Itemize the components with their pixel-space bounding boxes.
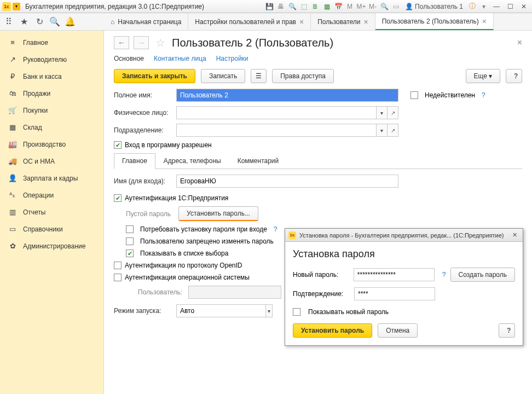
runmode-input[interactable] bbox=[176, 304, 266, 317]
nav-back-button[interactable]: ← bbox=[114, 36, 129, 49]
page-close-icon[interactable]: × bbox=[517, 38, 522, 48]
dialog-logo-icon: 1c bbox=[288, 231, 296, 239]
fullname-input[interactable] bbox=[176, 89, 398, 102]
maximize-button[interactable]: ☐ bbox=[504, 3, 516, 10]
favorite-star-icon[interactable]: ☆ bbox=[155, 36, 165, 49]
tab-close-icon[interactable]: × bbox=[364, 18, 368, 26]
save-button[interactable]: Записать bbox=[201, 69, 245, 83]
person-input[interactable] bbox=[176, 106, 377, 119]
m-minus-icon[interactable]: M- bbox=[368, 2, 378, 11]
rights-button[interactable]: Права доступа bbox=[272, 69, 334, 83]
login-allowed-checkbox[interactable] bbox=[114, 141, 122, 149]
openid-checkbox[interactable] bbox=[114, 262, 122, 269]
innertab-main[interactable]: Главное bbox=[114, 153, 155, 169]
tab-close-icon[interactable]: × bbox=[299, 18, 304, 26]
save-icon[interactable]: 💾 bbox=[264, 2, 274, 11]
sidebar-item-purchases[interactable]: 🛒Покупки bbox=[0, 102, 103, 119]
lines-icon: ≡ bbox=[8, 38, 18, 47]
sidebar-item-label: ОС и НМА bbox=[23, 158, 55, 165]
save-close-button[interactable]: Записать и закрыть bbox=[114, 69, 195, 83]
person-dropdown-button[interactable]: ▾ bbox=[377, 106, 388, 119]
sidebar-item-reports[interactable]: ▥Отчеты bbox=[0, 204, 103, 221]
history-icon[interactable]: ↻ bbox=[34, 16, 45, 27]
new-pwd-help-icon[interactable]: ? bbox=[442, 271, 446, 279]
info-icon[interactable]: ⓘ bbox=[467, 2, 477, 11]
show-pwd-checkbox[interactable] bbox=[293, 308, 300, 316]
nav-forward-button[interactable]: → bbox=[134, 36, 149, 49]
subtab-main[interactable]: Основное bbox=[114, 55, 144, 62]
subtab-contacts[interactable]: Контактные лица bbox=[154, 55, 206, 62]
compare-icon[interactable]: ⬚ bbox=[299, 2, 309, 11]
new-pwd-input[interactable] bbox=[354, 268, 435, 281]
close-button[interactable]: ✕ bbox=[518, 3, 530, 10]
sidebar-item-operations[interactable]: ᴬₖОперации bbox=[0, 187, 103, 204]
current-user[interactable]: 👤 Пользователь 1 bbox=[402, 2, 466, 11]
runmode-dropdown-button[interactable]: ▾ bbox=[266, 304, 273, 317]
calc-icon[interactable]: ▦ bbox=[322, 2, 332, 11]
link-icon[interactable]: 🗎 bbox=[310, 2, 320, 11]
notifications-icon[interactable]: 🔔 bbox=[65, 16, 76, 27]
tab-users[interactable]: Пользователи × bbox=[311, 13, 375, 30]
sidebar-item-label: Зарплата и кадры bbox=[23, 175, 78, 182]
sidebar-item-manager[interactable]: ↗Руководителю bbox=[0, 51, 103, 68]
zoom-icon[interactable]: 🔍 bbox=[379, 2, 389, 11]
apps-icon[interactable]: ⠿ bbox=[3, 16, 14, 27]
innertab-comment[interactable]: Комментарий bbox=[229, 153, 287, 169]
subtab-settings[interactable]: Настройки bbox=[216, 55, 248, 62]
m-plus-icon[interactable]: M+ bbox=[356, 2, 366, 11]
preview-icon[interactable]: 🔍 bbox=[287, 2, 297, 11]
tab-settings-users-rights[interactable]: Настройки пользователей и прав × bbox=[188, 13, 311, 30]
print-icon[interactable]: 🖶 bbox=[276, 2, 286, 11]
require-pwd-checkbox[interactable] bbox=[126, 225, 134, 233]
sidebar-item-warehouse[interactable]: ▦Склад bbox=[0, 119, 103, 136]
confirm-pwd-input[interactable] bbox=[354, 287, 435, 300]
inactive-checkbox[interactable] bbox=[410, 91, 418, 99]
sidebar-item-production[interactable]: 🏭Производство bbox=[0, 136, 103, 153]
login-label: Имя (для входа): bbox=[114, 177, 173, 185]
dept-input[interactable] bbox=[176, 124, 377, 137]
app-menu-dropdown[interactable]: ▾ bbox=[13, 3, 20, 10]
user-icon: 👤 bbox=[405, 3, 413, 10]
info-dropdown-icon[interactable]: ▾ bbox=[479, 2, 489, 11]
list-button[interactable]: ☰ bbox=[251, 69, 267, 83]
inactive-help-icon[interactable]: ? bbox=[482, 91, 485, 99]
sidebar-item-label: Склад bbox=[23, 124, 42, 131]
sidebar-item-admin[interactable]: ✿Администрирование bbox=[0, 237, 103, 254]
person-open-button[interactable]: ↗ bbox=[388, 106, 398, 119]
sidebar-item-assets[interactable]: 🚚ОС и НМА bbox=[0, 153, 103, 170]
auth1c-checkbox[interactable] bbox=[114, 194, 122, 202]
search-icon[interactable]: 🔍 bbox=[49, 16, 60, 27]
set-password-button[interactable]: Установить пароль... bbox=[178, 206, 258, 221]
osauth-checkbox[interactable] bbox=[114, 274, 122, 281]
showlist-checkbox[interactable] bbox=[126, 250, 134, 257]
sidebar-item-main[interactable]: ≡Главное bbox=[0, 34, 103, 51]
login-input[interactable] bbox=[176, 175, 398, 188]
nochange-checkbox[interactable] bbox=[126, 237, 134, 245]
sidebar-item-bank[interactable]: ₽Банк и касса bbox=[0, 68, 103, 85]
sidebar-item-catalogs[interactable]: ▭Справочники bbox=[0, 221, 103, 237]
generate-pwd-button[interactable]: Создать пароль bbox=[450, 268, 515, 282]
tab-user2[interactable]: Пользователь 2 (Пользователь) × bbox=[375, 13, 494, 30]
require-pwd-help-icon[interactable]: ? bbox=[274, 225, 277, 233]
dept-dropdown-button[interactable]: ▾ bbox=[377, 124, 388, 137]
windows-icon[interactable]: ▭ bbox=[391, 2, 401, 11]
minimize-button[interactable]: — bbox=[490, 3, 502, 10]
favorites-icon[interactable]: ★ bbox=[19, 16, 30, 27]
dialog-cancel-button[interactable]: Отмена bbox=[378, 323, 418, 338]
tab-home[interactable]: ⌂ Начальная страница bbox=[104, 13, 188, 30]
calendar-icon[interactable]: 📅 bbox=[333, 2, 343, 11]
dialog-set-button[interactable]: Установить пароль bbox=[293, 323, 372, 338]
dialog-help-button[interactable]: ? bbox=[499, 323, 515, 338]
truck-icon: 🚚 bbox=[8, 157, 18, 165]
inactive-label: Недействителен bbox=[425, 91, 475, 99]
tab-close-icon[interactable]: × bbox=[482, 17, 487, 26]
help-button[interactable]: ? bbox=[506, 69, 522, 83]
sidebar-item-sales[interactable]: 🛍Продажи bbox=[0, 85, 103, 102]
ruble-icon: ₽ bbox=[8, 72, 18, 80]
innertab-addresses[interactable]: Адреса, телефоны bbox=[155, 153, 229, 169]
dialog-close-button[interactable]: ✕ bbox=[510, 231, 519, 239]
m-icon[interactable]: M bbox=[345, 2, 355, 11]
sidebar-item-hr[interactable]: 👤Зарплата и кадры bbox=[0, 170, 103, 187]
dept-open-button[interactable]: ↗ bbox=[388, 124, 398, 137]
more-button[interactable]: Еще▾ bbox=[466, 69, 500, 83]
